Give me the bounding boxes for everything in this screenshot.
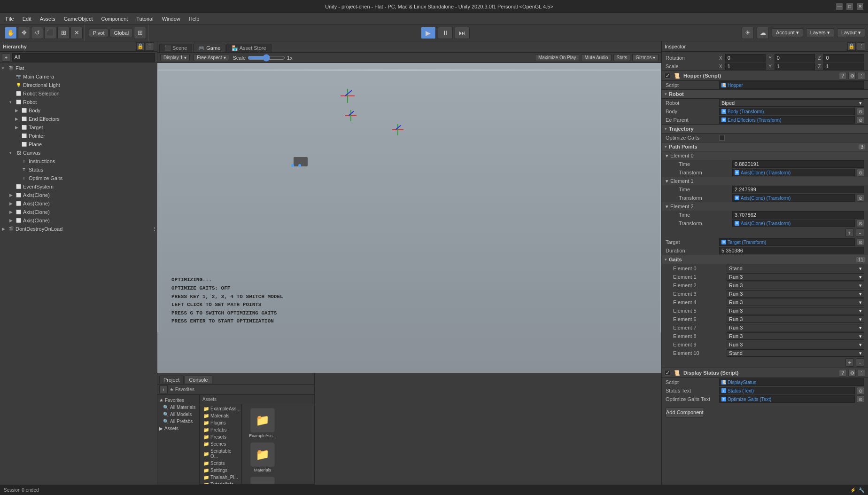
time-value-0[interactable]: 0.8820191 [732,160,864,168]
display-status-header[interactable]: ✓ 📜 Display Status (Script) ? ⚙ ⋮ [662,368,868,378]
duration-value[interactable]: 5.350386 [719,247,864,254]
gait-7-dropdown[interactable]: Run 3 ▾ [727,324,864,331]
display-script-ref[interactable]: 📜 DisplayStatus [719,378,864,386]
tree-item-body[interactable]: ▶ ⬜ Body [0,106,157,115]
time-value-2[interactable]: 3.707862 [732,211,864,219]
menu-file[interactable]: File [2,15,18,23]
cloud-button[interactable]: ☁ [757,27,769,39]
scale-slider[interactable] [248,54,285,62]
body-target-button[interactable]: ⊙ [857,108,864,115]
display-status-enable-checkbox[interactable]: ✓ [665,370,670,376]
tree-item-axis-clone-4[interactable]: ▶ ⬜ Axis(Clone) [0,216,157,225]
target-ref-field[interactable]: ⊕ Target (Transform) [719,238,855,246]
menu-edit[interactable]: Edit [19,15,35,23]
favorites-tree-item[interactable]: ★ Favorites [157,397,199,404]
menu-assets[interactable]: Assets [36,15,59,23]
ee-parent-ref-field[interactable]: ⊕ End Effectors (Transform) [719,116,855,124]
all-materials-tree-item[interactable]: 🔍 All Materials [157,404,199,411]
tree-item-status[interactable]: T Status [0,165,157,174]
transform-tool-button[interactable]: ✕ [70,27,83,39]
tree-item-flat[interactable]: ▾ 🎬 Flat [0,64,157,72]
materials-tree[interactable]: 📁 Materials [200,412,241,419]
layers-button[interactable]: Layers ▾ [806,28,834,37]
tree-item-end-effectors[interactable]: ▶ ⬜ End Effectors [0,115,157,123]
play-button[interactable]: ▶ [421,27,436,39]
gait-4-dropdown[interactable]: Run 3 ▾ [727,299,864,306]
scenes-tree[interactable]: 📁 Scenes [200,440,241,448]
menu-window[interactable]: Window [158,15,184,23]
scale-tool-button[interactable]: ⬛ [44,27,56,39]
optimize-gaits-text-ref[interactable]: T Optimize Gaits (Text) [719,395,855,403]
rotation-z-value[interactable]: 0 [823,54,864,62]
scale-z-value[interactable]: 1 [823,63,864,70]
gizmos-button[interactable]: Gizmos ▾ [632,54,659,61]
pivot-button[interactable]: Pivot [89,29,108,37]
path-points-header[interactable]: ▾ Path Points 3 [662,142,868,151]
hierarchy-lock-button[interactable]: 🔒 [136,42,145,51]
pause-button[interactable]: ⏸ [438,27,453,39]
hopper-enable-checkbox[interactable]: ✓ [665,73,670,79]
transform-target-btn-2[interactable]: ⊙ [857,220,864,227]
trajectory-section-header[interactable]: ▾ Trajectory [662,124,868,134]
hand-tool-button[interactable]: ✋ [5,27,17,39]
display-status-settings-button[interactable]: ⚙ [848,369,856,377]
hopper-question-button[interactable]: ? [839,72,846,79]
display-status-more-button[interactable]: ⋮ [858,369,865,377]
hierarchy-add-button[interactable]: + [2,53,10,62]
tab-game[interactable]: 🎮 Game [193,44,225,52]
add-asset-button[interactable]: + [159,385,168,394]
minimize-button[interactable]: — [836,3,843,10]
tab-scene[interactable]: ⬛ Scene [159,44,192,52]
rotate-tool-button[interactable]: ↺ [31,27,43,39]
target-btn[interactable]: ⊙ [857,238,864,246]
robot-dropdown[interactable]: Biped ▾ [719,99,864,107]
display-status-question-button[interactable]: ? [839,369,846,377]
hopper-settings-button[interactable]: ⚙ [848,72,856,79]
optimize-gaits-text-target-btn[interactable]: ⊙ [857,395,864,403]
add-component-button[interactable]: Add Component [666,407,704,417]
hopper-more-button[interactable]: ⋮ [858,72,865,79]
hierarchy-search-input[interactable] [12,53,155,62]
status-text-ref[interactable]: T Status (Text) [719,387,855,394]
prefabs-tree[interactable]: 📁 Prefabs [200,426,241,433]
asset-materials[interactable]: 📁 Materials [246,442,279,473]
scriptable-tree[interactable]: 📁 Scriptable O... [200,448,241,460]
tree-item-dontdestroyonload[interactable]: ▶ 🎬 DontDestroyOnLoad ⋮ [0,225,157,233]
move-tool-button[interactable]: ✥ [18,27,30,39]
example-assets-tree[interactable]: 📁 ExampleAss... [200,405,241,412]
hopper-script-header[interactable]: ✓ 📜 Hopper (Script) ? ⚙ ⋮ [662,71,868,81]
scale-x-value[interactable]: 1 [725,63,766,70]
menu-tutorial[interactable]: Tutorial [132,15,157,23]
thaleah-tree[interactable]: 📁 Thaleah_Pi... [200,474,241,481]
rotation-y-value[interactable]: 0 [775,54,815,62]
gait-8-dropdown[interactable]: Run 3 ▾ [727,332,864,340]
gait-9-dropdown[interactable]: Run 3 ▾ [727,341,864,348]
transform-target-btn-0[interactable]: ⊙ [857,169,864,176]
global-button[interactable]: Global [109,29,133,37]
tab-console[interactable]: Console [185,376,212,384]
gait-2-dropdown[interactable]: Run 3 ▾ [727,282,864,289]
close-button[interactable]: ✕ [857,3,863,10]
asset-example-assets[interactable]: 📁 ExampleAss... [246,408,279,439]
tree-item-robot[interactable]: ▾ ⬜ Robot [0,98,157,106]
maximize-on-play-button[interactable]: Maximize On Play [535,54,580,61]
display-button[interactable]: Display 1 ▾ [160,54,190,61]
layout-button[interactable]: Layout ▾ [837,28,865,37]
gaits-remove-button[interactable]: - [856,358,864,367]
all-prefabs-tree-item[interactable]: 🔍 All Prefabs [157,418,199,425]
rotation-x-value[interactable]: 0 [725,54,766,62]
tree-item-axis-clone-3[interactable]: ▶ ⬜ Axis(Clone) [0,208,157,216]
menu-component[interactable]: Component [97,15,132,23]
all-models-tree-item[interactable]: 🔍 All Models [157,411,199,418]
gait-1-dropdown[interactable]: Run 3 ▾ [727,273,864,281]
scale-y-value[interactable]: 1 [775,63,815,70]
hierarchy-more-button[interactable]: ⋮ [146,42,154,51]
tree-item-instructions[interactable]: T Instructions [0,157,157,165]
tree-item-pointer[interactable]: ⬜ Pointer [0,132,157,140]
tree-item-directional-light[interactable]: 💡 Directional Light [0,81,157,89]
transform-target-btn-1[interactable]: ⊙ [857,194,864,202]
gait-0-dropdown[interactable]: Stand ▾ [727,265,864,272]
menu-gameobject[interactable]: GameObject [60,15,97,23]
gait-10-dropdown[interactable]: Stand ▾ [727,349,864,357]
rect-tool-button[interactable]: ⊞ [57,27,70,39]
